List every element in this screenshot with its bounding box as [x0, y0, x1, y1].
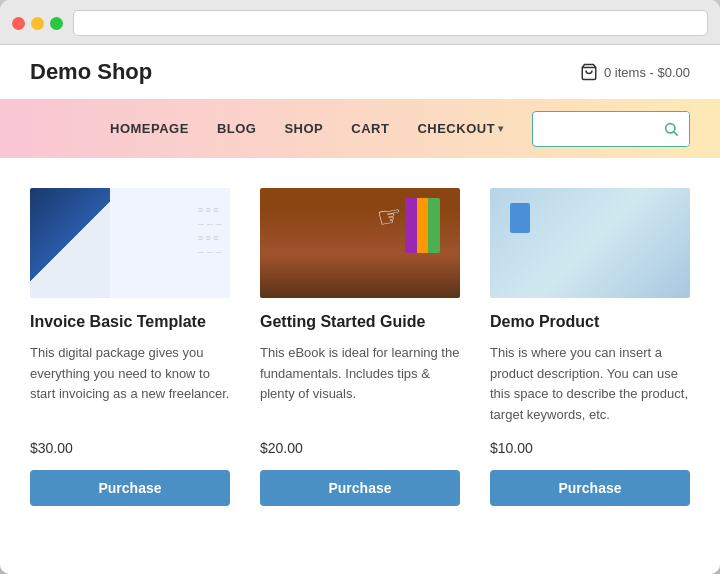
- search-button[interactable]: [653, 112, 689, 146]
- product-price-invoice-basic-template: $30.00: [30, 440, 230, 456]
- nav-cart[interactable]: CART: [351, 121, 389, 136]
- page-content: Demo Shop 0 items - $0.00 HOMEPAGE BLOG …: [0, 45, 720, 574]
- browser-toolbar: [0, 0, 720, 45]
- browser-window: Demo Shop 0 items - $0.00 HOMEPAGE BLOG …: [0, 0, 720, 574]
- address-bar[interactable]: [73, 10, 708, 36]
- product-description-demo-product: This is where you can insert a product d…: [490, 343, 690, 426]
- product-name-invoice-basic-template: Invoice Basic Template: [30, 312, 230, 333]
- purchase-button-demo-product[interactable]: Purchase: [490, 470, 690, 506]
- nav-shop[interactable]: SHOP: [284, 121, 323, 136]
- product-name-getting-started-guide: Getting Started Guide: [260, 312, 460, 333]
- search-icon: [663, 121, 679, 137]
- cart-icon: [580, 63, 598, 81]
- cart-count-label: 0 items - $0.00: [604, 65, 690, 80]
- products-grid: Invoice Basic Template This digital pack…: [30, 188, 690, 506]
- search-input[interactable]: [533, 121, 653, 136]
- dot-green[interactable]: [50, 17, 63, 30]
- product-image-demo-product: [490, 188, 690, 298]
- nav-search[interactable]: [532, 111, 690, 147]
- dot-yellow[interactable]: [31, 17, 44, 30]
- svg-point-1: [666, 123, 675, 132]
- product-image-getting-started-guide: [260, 188, 460, 298]
- site-header: Demo Shop 0 items - $0.00: [0, 45, 720, 99]
- nav-blog[interactable]: BLOG: [217, 121, 257, 136]
- product-image-invoice-basic-template: [30, 188, 230, 298]
- dot-red[interactable]: [12, 17, 25, 30]
- svg-line-2: [674, 132, 678, 136]
- product-card-demo-product: Demo Product This is where you can inser…: [490, 188, 690, 506]
- nav-homepage[interactable]: HOMEPAGE: [110, 121, 189, 136]
- nav-checkout[interactable]: CHECKOUT ▾: [417, 121, 503, 136]
- purchase-button-invoice-basic-template[interactable]: Purchase: [30, 470, 230, 506]
- product-price-getting-started-guide: $20.00: [260, 440, 460, 456]
- product-description-invoice-basic-template: This digital package gives you everythin…: [30, 343, 230, 426]
- products-section: Invoice Basic Template This digital pack…: [0, 158, 720, 546]
- checkout-dropdown-arrow: ▾: [498, 123, 504, 134]
- product-description-getting-started-guide: This eBook is ideal for learning the fun…: [260, 343, 460, 426]
- cart-info[interactable]: 0 items - $0.00: [580, 63, 690, 81]
- purchase-button-getting-started-guide[interactable]: Purchase: [260, 470, 460, 506]
- product-name-demo-product: Demo Product: [490, 312, 690, 333]
- nav-bar: HOMEPAGE BLOG SHOP CART CHECKOUT ▾: [0, 99, 720, 158]
- nav-links: HOMEPAGE BLOG SHOP CART CHECKOUT ▾: [30, 99, 532, 158]
- browser-dots: [12, 17, 63, 30]
- site-title: Demo Shop: [30, 59, 152, 85]
- product-card-invoice-basic-template: Invoice Basic Template This digital pack…: [30, 188, 230, 506]
- product-card-getting-started-guide: Getting Started Guide This eBook is idea…: [260, 188, 460, 506]
- product-price-demo-product: $10.00: [490, 440, 690, 456]
